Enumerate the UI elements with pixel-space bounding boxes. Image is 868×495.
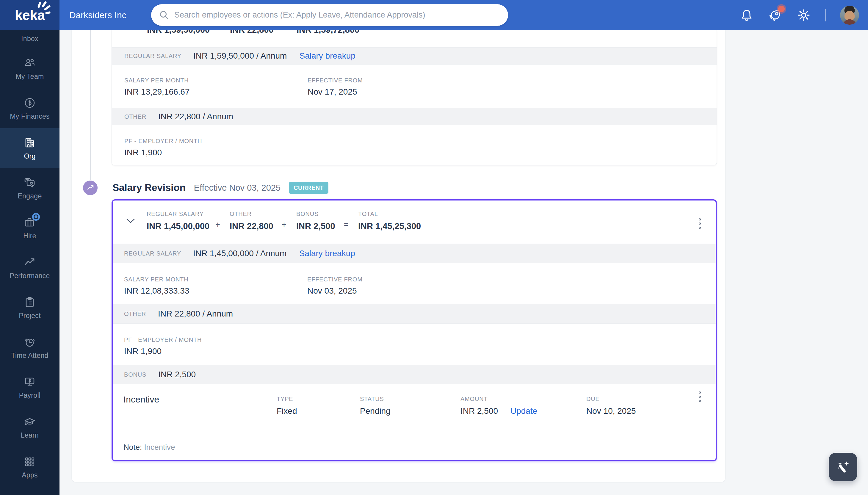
user-avatar[interactable]: [840, 6, 859, 25]
summary-bonus: BONUS INR 2,500: [296, 211, 335, 231]
pf-employer-label: PF - EMPLOYER / MONTH: [124, 138, 202, 144]
plus-operator: +: [282, 220, 287, 229]
salary-per-month-label: SALARY PER MONTH: [124, 276, 189, 283]
regular-salary-value: INR 1,45,00,000 / Annum: [193, 249, 287, 258]
project-clipboard-icon: [23, 296, 36, 309]
summary-total: TOTAL INR 1,45,25,300: [358, 211, 421, 231]
incentive-due-label: DUE: [586, 396, 600, 403]
note-label: Note:: [123, 443, 142, 451]
incentive-status-label: STATUS: [360, 396, 384, 403]
sidebar-item-my-finances[interactable]: My Finances: [0, 88, 59, 128]
sidebar-item-hire[interactable]: Hire: [0, 208, 59, 248]
current-status-badge: CURRENT: [289, 182, 328, 194]
salary-per-month-label: SALARY PER MONTH: [124, 77, 189, 84]
card-menu-kebab-icon[interactable]: [697, 217, 702, 231]
sidebar-item-label: Learn: [21, 431, 39, 439]
sidebar-item-org[interactable]: Org: [0, 128, 59, 168]
gear-icon: [797, 8, 811, 22]
incentive-type-value: Fixed: [277, 406, 297, 416]
equals-operator: =: [344, 220, 349, 229]
summary-total-label: TOTAL: [358, 211, 421, 218]
revision-title: Salary Revision: [112, 182, 186, 193]
search-input[interactable]: [174, 6, 499, 24]
regular-salary-label: REGULAR SALARY: [124, 250, 181, 257]
sidebar-item-my-team[interactable]: My Team: [0, 49, 59, 88]
other-value: INR 22,800 / Annum: [158, 309, 233, 319]
notifications-button[interactable]: [740, 8, 754, 22]
salary-per-month-value: INR 13,29,166.67: [124, 87, 190, 97]
regular-salary-row: REGULAR SALARY INR 1,59,50,000 / Annum S…: [112, 47, 716, 65]
incentive-due-value: Nov 10, 2025: [586, 406, 636, 416]
salary-history-panel: INR 1,59,50,000 INR 22,800 INR 1,59,72,8…: [72, 30, 725, 482]
sidebar-item-label: Time Attend: [11, 352, 48, 360]
settings-button[interactable]: [797, 8, 811, 22]
alarm-clock-icon: [23, 336, 36, 349]
pf-employer-value: INR 1,900: [124, 148, 162, 157]
bonus-label: BONUS: [124, 371, 146, 378]
hire-briefcase-icon: [23, 216, 36, 229]
regular-salary-label: REGULAR SALARY: [124, 53, 181, 59]
sidebar-item-inbox[interactable]: Inbox: [0, 30, 59, 49]
summary-total-value: INR 1,45,25,300: [358, 221, 421, 231]
magic-assistant-fab[interactable]: [829, 453, 857, 481]
incentive-amount-label: AMOUNT: [461, 396, 488, 403]
incentive-menu-kebab-icon[interactable]: [697, 390, 702, 404]
salary-breakup-link[interactable]: Salary breakup: [299, 249, 355, 258]
summary-regular: REGULAR SALARY INR 1,45,00,000: [147, 211, 209, 231]
trend-up-icon: [87, 184, 94, 192]
plus-operator: +: [215, 220, 220, 229]
org-building-icon: [23, 136, 36, 149]
sidebar-item-payroll[interactable]: Payroll: [0, 368, 59, 407]
peek-total-value: INR 1,59,72,800: [297, 30, 359, 35]
sidebar-item-apps[interactable]: Apps: [0, 447, 59, 487]
sidebar-item-performance[interactable]: Performance: [0, 248, 59, 288]
regular-salary-value: INR 1,59,50,000 / Annum: [193, 51, 287, 61]
summary-other-label: OTHER: [230, 211, 273, 218]
update-amount-link[interactable]: Update: [510, 406, 537, 416]
bell-icon: [740, 8, 753, 22]
sidebar-item-project[interactable]: Project: [0, 288, 59, 327]
revision-effective-date: Effective Nov 03, 2025: [194, 183, 280, 193]
keka-logo[interactable]: keka: [0, 0, 59, 30]
incentive-type-label: TYPE: [277, 396, 293, 403]
summary-other-value: INR 22,800: [230, 221, 273, 231]
magic-wand-icon: [834, 458, 852, 476]
sidebar-item-label: My Finances: [10, 113, 50, 120]
graduation-cap-icon: [23, 415, 36, 428]
pf-employer-label: PF - EMPLOYER / MONTH: [124, 337, 202, 343]
bonus-value: INR 2,500: [158, 370, 196, 379]
incentive-amount-value: INR 2,500: [461, 406, 498, 416]
other-value: INR 22,800 / Annum: [158, 112, 233, 121]
effective-from-label: EFFECTIVE FROM: [307, 276, 363, 283]
regular-salary-row: REGULAR SALARY INR 1,45,00,000 / Annum S…: [113, 244, 716, 263]
global-search[interactable]: [151, 4, 508, 26]
engage-chat-heart-icon: [23, 176, 36, 189]
summary-regular-value: INR 1,45,00,000: [147, 221, 209, 231]
search-icon: [159, 10, 170, 20]
notification-dot: [778, 6, 785, 12]
whats-new-button[interactable]: [768, 8, 782, 22]
dollar-circle-icon: [23, 97, 36, 109]
previous-revision-card: INR 1,59,50,000 INR 22,800 INR 1,59,72,8…: [111, 30, 717, 165]
effective-from-value: Nov 03, 2025: [307, 286, 357, 296]
salary-breakup-link[interactable]: Salary breakup: [299, 51, 355, 61]
previous-summary-peek: INR 1,59,50,000 INR 22,800 INR 1,59,72,8…: [112, 30, 716, 35]
bonus-row: BONUS INR 2,500: [113, 365, 716, 384]
revision-header: Salary Revision Effective Nov 03, 2025 C…: [112, 179, 328, 197]
sidebar-item-time-attend[interactable]: Time Attend: [0, 327, 59, 368]
timeline-line: [90, 30, 91, 180]
sidebar-item-learn[interactable]: Learn: [0, 407, 59, 447]
pf-employer-value: INR 1,900: [124, 346, 161, 356]
effective-from-label: EFFECTIVE FROM: [308, 77, 363, 84]
top-bar: keka Darksiders Inc: [0, 0, 868, 30]
collapse-chevron-icon[interactable]: [126, 218, 135, 223]
sidebar-item-label: Org: [24, 152, 35, 160]
other-label: OTHER: [124, 311, 146, 318]
sidebar-item-engage[interactable]: Engage: [0, 168, 59, 208]
sidebar-item-label: My Team: [16, 73, 44, 81]
summary-bonus-label: BONUS: [296, 211, 335, 218]
sidebar-item-label: Project: [19, 312, 41, 320]
revision-timeline-node: [83, 181, 98, 195]
payroll-monitor-icon: [23, 375, 36, 389]
sidebar-item-label: Payroll: [19, 392, 40, 399]
